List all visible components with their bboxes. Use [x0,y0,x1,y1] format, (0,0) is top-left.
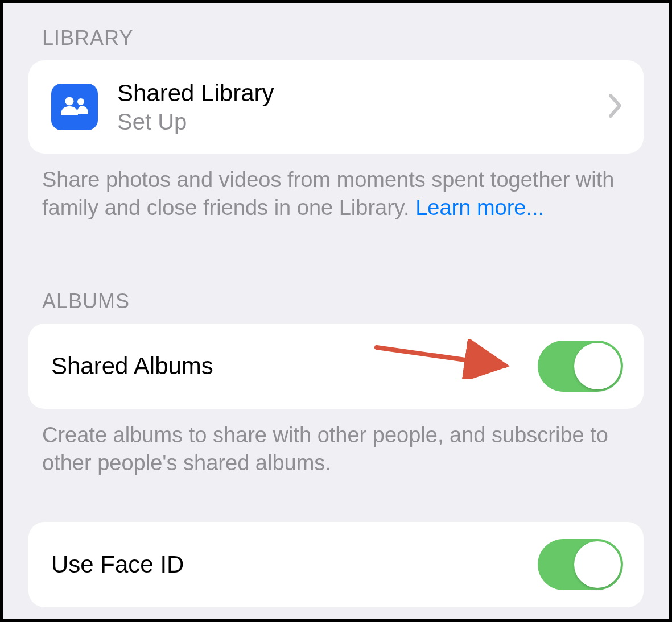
svg-point-0 [65,97,74,106]
learn-more-link[interactable]: Learn more... [415,196,544,219]
library-section-header: LIBRARY [42,26,644,50]
shared-library-title: Shared Library [117,80,608,107]
library-group: Shared Library Set Up [28,60,644,154]
albums-group: Shared Albums [28,324,644,409]
use-faceid-toggle[interactable] [538,539,623,590]
albums-footer: Create albums to share with other people… [42,421,630,478]
use-faceid-row: Use Face ID [28,522,644,607]
svg-point-1 [77,98,84,105]
use-faceid-label: Use Face ID [51,551,538,578]
chevron-right-icon [608,93,623,121]
faceid-footer: Face ID is required to view the Hidden a… [42,620,630,622]
faceid-group: Use Face ID [28,522,644,607]
albums-section-header: ALBUMS [42,289,644,313]
shared-library-labels: Shared Library Set Up [117,80,608,135]
toggle-knob [574,343,621,389]
shared-albums-row: Shared Albums [28,324,644,409]
settings-screen: LIBRARY Shared Library Set Up [0,0,672,622]
library-footer: Share photos and videos from moments spe… [42,166,630,222]
shared-albums-toggle[interactable] [538,341,623,392]
toggle-knob [574,541,621,588]
shared-library-row[interactable]: Shared Library Set Up [28,60,644,154]
people-icon [51,84,98,130]
shared-albums-label: Shared Albums [51,353,538,380]
albums-footer-text: Create albums to share with other people… [42,423,608,475]
shared-library-subtitle: Set Up [117,109,608,135]
